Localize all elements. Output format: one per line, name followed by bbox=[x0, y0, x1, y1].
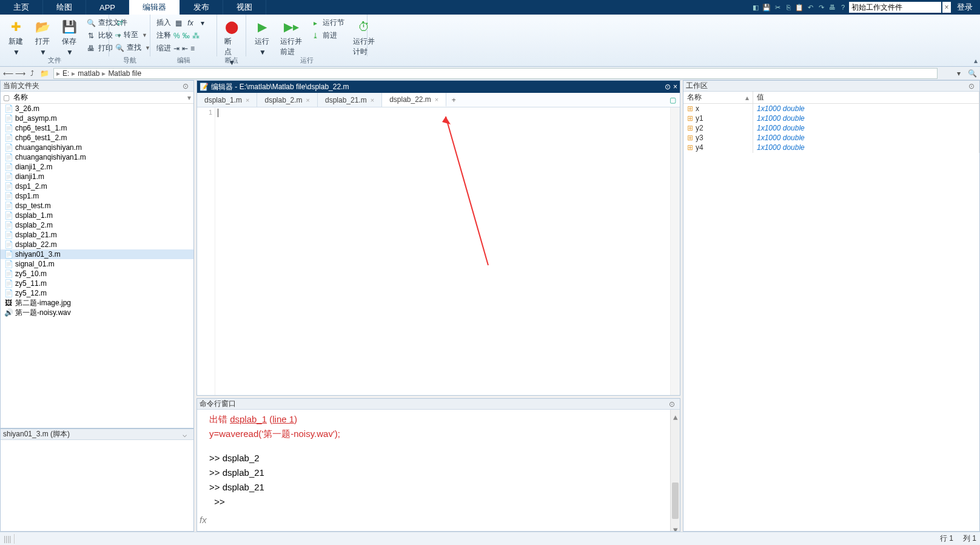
tab-view[interactable]: 视图 bbox=[223, 0, 266, 15]
run-section-button[interactable]: ▸运行节 bbox=[308, 17, 347, 29]
editor-menu-icon[interactable]: ⊙ bbox=[665, 83, 671, 91]
save-menu-button[interactable]: 💾保存▼ bbox=[57, 17, 81, 58]
redo-icon[interactable]: ↷ bbox=[816, 2, 826, 12]
file-type-icon: 📄 bbox=[4, 231, 13, 239]
undo-icon[interactable]: ↶ bbox=[805, 2, 815, 12]
new-button[interactable]: ✚新建▼ bbox=[4, 17, 28, 58]
workspace-variable[interactable]: ⊞ x1x1000 double bbox=[683, 104, 979, 113]
file-list[interactable]: 📄3_26.m📄bd_asymp.m📄chp6_test1_1.m📄chp6_t… bbox=[1, 104, 193, 428]
error-file-link[interactable]: dsplab_1 bbox=[230, 414, 267, 424]
tab-editor[interactable]: 编辑器 bbox=[129, 0, 180, 15]
path-drive[interactable]: E: bbox=[62, 69, 69, 78]
script-collapse-icon[interactable]: ⌵ bbox=[183, 430, 191, 439]
file-item[interactable]: 📄zy5_12.m bbox=[1, 288, 193, 298]
file-item[interactable]: 📄dsplab_22.m bbox=[1, 240, 193, 249]
code-analyzer-icon[interactable]: ▢ bbox=[670, 96, 676, 104]
file-item[interactable]: 📄chuanganqishiyan1.m bbox=[1, 152, 193, 162]
tab-home[interactable]: 主页 bbox=[0, 0, 43, 15]
workspace-variable[interactable]: ⊞ y21x1000 double bbox=[683, 123, 979, 133]
indent-button[interactable]: 缩进 ⇥ ⇤ ≡ bbox=[154, 42, 213, 54]
file-item[interactable]: 📄shiyan01_3.m bbox=[1, 249, 193, 259]
workspace-header[interactable]: 名称▴ 值 bbox=[683, 92, 979, 104]
file-item[interactable]: 📄dsplab_1.m bbox=[1, 211, 193, 220]
fx-icon[interactable]: fx bbox=[200, 513, 207, 527]
goto-menu[interactable]: ⇨转至▼ bbox=[113, 29, 146, 41]
workspace-variable[interactable]: ⊞ y11x1000 double bbox=[683, 113, 979, 123]
close-icon[interactable]: × bbox=[246, 96, 249, 104]
run-time-button[interactable]: ⏱运行并 计时 bbox=[349, 17, 378, 58]
file-item[interactable]: 📄bd_asymp.m bbox=[1, 113, 193, 123]
advance-button[interactable]: ⤓前进 bbox=[308, 30, 347, 41]
file-item[interactable]: 📄signal_01.m bbox=[1, 259, 193, 269]
back-icon[interactable]: ⟵ bbox=[2, 68, 13, 79]
file-item[interactable]: 📄zy5_10.m bbox=[1, 269, 193, 279]
new-tab-button[interactable]: + bbox=[446, 93, 461, 107]
copy-icon[interactable]: ⎘ bbox=[784, 2, 793, 12]
cut-icon[interactable]: ✂ bbox=[773, 2, 782, 12]
file-item[interactable]: 📄chp6_test1_2.m bbox=[1, 133, 193, 143]
open-button[interactable]: 📂打开▼ bbox=[30, 17, 55, 58]
file-type-icon: 📄 bbox=[4, 163, 13, 171]
file-item[interactable]: 📄3_26.m bbox=[1, 104, 193, 113]
file-list-header[interactable]: ▢名称▾ bbox=[1, 92, 193, 104]
find-button[interactable]: 🔍查找▼ bbox=[113, 42, 146, 53]
ws-menu-icon[interactable]: ⊙ bbox=[968, 82, 977, 90]
path-search-icon[interactable]: 🔍 bbox=[967, 68, 978, 79]
scroll-marker[interactable] bbox=[670, 107, 680, 395]
file-item[interactable]: 📄chp6_test1_1.m bbox=[1, 123, 193, 133]
error-line-link[interactable]: line 1 bbox=[272, 414, 294, 424]
file-item[interactable]: 🖼第二题-image.jpg bbox=[1, 298, 193, 308]
help-icon[interactable]: ? bbox=[838, 2, 848, 12]
login-button[interactable]: 登录 bbox=[952, 2, 978, 13]
editor-tab-1[interactable]: dsplab_1.m× bbox=[197, 93, 257, 107]
run-advance-button[interactable]: ▶▸运行并 前进 bbox=[277, 17, 306, 58]
minimize-ribbon-icon[interactable]: ▴ bbox=[974, 56, 978, 65]
editor-tab-3[interactable]: dsplab_21.m× bbox=[318, 93, 382, 107]
file-item[interactable]: 📄dsp1_2.m bbox=[1, 181, 193, 191]
workspace-variable[interactable]: ⊞ y31x1000 double bbox=[683, 133, 979, 143]
close-icon[interactable]: × bbox=[435, 96, 438, 103]
editor-tab-2[interactable]: dsplab_2.m× bbox=[257, 93, 317, 107]
code-area[interactable] bbox=[215, 107, 670, 395]
file-item[interactable]: 📄dsplab_2.m bbox=[1, 220, 193, 230]
file-item[interactable]: 📄dsplab_21.m bbox=[1, 230, 193, 240]
workspace-variable[interactable]: ⊞ y41x1000 double bbox=[683, 143, 979, 152]
workspace-list[interactable]: ⊞ x1x1000 double⊞ y11x1000 double⊞ y21x1… bbox=[683, 104, 979, 531]
file-item[interactable]: 📄chuanganqishiyan.m bbox=[1, 143, 193, 152]
file-item[interactable]: 📄dsp_test.m bbox=[1, 201, 193, 211]
cmd-scrollbar[interactable]: ▴ ▾ bbox=[670, 410, 680, 531]
command-window[interactable]: 出错 dsplab_1 (line 1) y=waveread('第一题-noi… bbox=[197, 410, 680, 531]
search-input[interactable] bbox=[849, 2, 941, 13]
tab-plots[interactable]: 绘图 bbox=[43, 0, 86, 15]
paste-icon[interactable]: 📋 bbox=[794, 2, 804, 12]
close-icon[interactable]: × bbox=[371, 96, 374, 104]
editor-tab-4[interactable]: dsplab_22.m× bbox=[382, 93, 446, 107]
panel-menu-icon[interactable]: ⊙ bbox=[183, 82, 191, 90]
folder-icon[interactable]: 📁 bbox=[39, 68, 50, 79]
forward-icon[interactable]: ⟶ bbox=[15, 68, 25, 79]
file-item[interactable]: 🔊第一题-noisy.wav bbox=[1, 308, 193, 317]
save-icon[interactable]: 💾 bbox=[762, 2, 771, 12]
file-item[interactable]: 📄dianji1_2.m bbox=[1, 162, 193, 172]
goto-button[interactable]: ⇄ bbox=[113, 17, 146, 28]
close-icon[interactable]: × bbox=[306, 96, 310, 104]
run-button[interactable]: ▶运行▼ bbox=[250, 17, 274, 58]
path-seg-2[interactable]: Matlab file bbox=[108, 69, 141, 78]
history-line: >> dsplab_2 bbox=[209, 451, 668, 465]
file-item[interactable]: 📄zy5_11.m bbox=[1, 279, 193, 288]
comment-button[interactable]: 注释 % ‰ ⁂ bbox=[154, 30, 213, 41]
search-clear-icon[interactable]: × bbox=[942, 2, 951, 13]
qat-icon[interactable]: ◧ bbox=[751, 2, 760, 12]
path-seg-1[interactable]: matlab bbox=[78, 69, 99, 78]
file-item[interactable]: 📄dianji1.m bbox=[1, 172, 193, 181]
editor-close-icon[interactable]: × bbox=[673, 83, 677, 91]
insert-button[interactable]: 插入 ▦fx▾ bbox=[154, 17, 213, 29]
cmd-menu-icon[interactable]: ⊙ bbox=[669, 400, 677, 408]
path-dropdown-icon[interactable]: ▾ bbox=[953, 68, 964, 79]
file-item[interactable]: 📄dsp1.m bbox=[1, 191, 193, 201]
print-icon[interactable]: 🖶 bbox=[827, 2, 837, 12]
up-icon[interactable]: ⤴ bbox=[27, 68, 38, 79]
address-path[interactable]: ▸ E:▸ matlab▸ Matlab file bbox=[53, 68, 938, 79]
tab-publish[interactable]: 发布 bbox=[180, 0, 223, 15]
tab-app[interactable]: APP bbox=[86, 0, 129, 15]
